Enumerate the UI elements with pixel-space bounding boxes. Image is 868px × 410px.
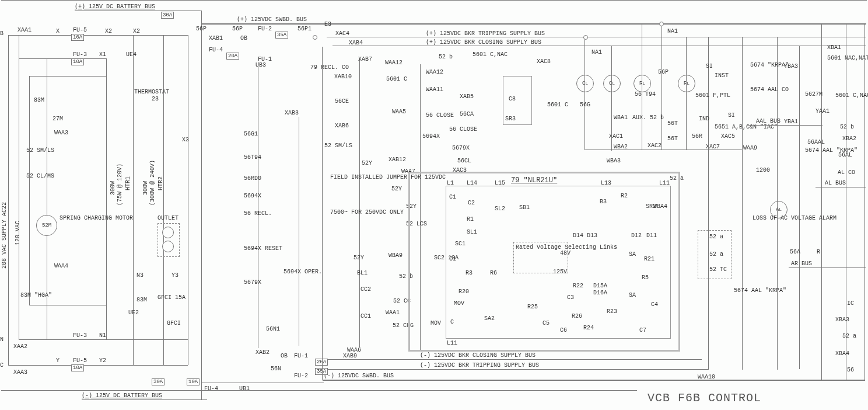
bus-neg-close: (-) 125VDC BKR CLOSING SUPPLY BUS xyxy=(420,352,536,359)
56close-2: 56 CLOSE xyxy=(449,126,474,133)
nlr-t15: L15 xyxy=(495,180,505,186)
83m-ue2: 83M xyxy=(136,297,147,303)
fu-4b: FU-4 xyxy=(204,385,218,392)
52-clms: 52 CL/MS xyxy=(26,173,52,179)
ar-bus-wire xyxy=(789,267,866,268)
nlr-b3: B3 xyxy=(600,199,607,205)
nlr-c: C xyxy=(450,319,454,325)
nlr-sa2: SA xyxy=(629,292,636,298)
xab9: XAB9 xyxy=(343,353,357,359)
fu-2a: FU-2 xyxy=(258,26,272,32)
nlr-r26: R26 xyxy=(572,313,582,319)
56t-b: 56T xyxy=(667,135,678,142)
56n1: 56N1 xyxy=(266,326,280,332)
aal-bus: AAL BUS xyxy=(756,118,780,124)
outlet-circ2 xyxy=(162,241,174,252)
xab10: XAB10 xyxy=(334,74,352,80)
xac5: XAC5 xyxy=(721,133,735,140)
fu-3: FU-3 xyxy=(73,51,87,58)
frame-top xyxy=(1,0,867,1)
5674-aal-krpa2: 5674 AAL "KRPA" xyxy=(805,147,828,154)
56t-a: 56T xyxy=(667,120,678,127)
field-jumper: FIELD INSTALLED JUMPER FOR 125VDC xyxy=(330,174,364,180)
term-xaa1: XAA1 xyxy=(18,27,32,33)
wire-col-552 xyxy=(322,47,323,380)
wire-col-182 xyxy=(106,58,107,340)
si-b: SI xyxy=(728,112,735,119)
56a: 56A xyxy=(790,249,800,255)
xac8: XAC8 xyxy=(537,58,551,65)
5627m: 5627M xyxy=(805,91,822,98)
56p-l: 56P xyxy=(196,26,206,32)
wire-col-1408 xyxy=(821,23,822,380)
waa4: WAA4 xyxy=(54,263,68,269)
ub1: UB1 xyxy=(239,385,250,392)
nlr-d16a: D16A xyxy=(593,290,607,296)
xab5: XAB5 xyxy=(460,93,474,100)
xba4: XBA4 xyxy=(835,350,849,357)
nlr-r24: R24 xyxy=(583,325,594,331)
al-bus: AL BUS xyxy=(825,180,846,186)
nlr-sl2: SL2 xyxy=(495,206,505,212)
52-chg: 52 CHG xyxy=(393,322,409,329)
56-t94: 56 T94 xyxy=(635,91,652,98)
xba3: XBA3 xyxy=(835,317,849,323)
waa5: WAA5 xyxy=(392,109,406,115)
56t94: 56T94 xyxy=(244,154,261,161)
lamp-rl1: RL xyxy=(634,75,651,92)
term-Y2: Y2 xyxy=(99,357,106,364)
bus-pos-swbd: (+) 125VDC SWBD. BUS xyxy=(237,16,307,23)
5674-krpa: 5674 "KRPA" xyxy=(750,62,774,68)
htr2: HTR2 xyxy=(158,176,164,190)
bus-pos-close: (+) 125VDC BKR CLOSING SUPPLY BUS xyxy=(426,39,541,46)
nlr-sa2-l: SA2 xyxy=(484,315,495,322)
56recl: 56 RECL. xyxy=(244,210,267,217)
5601-c2: 5601 C xyxy=(547,102,565,108)
nlr-r6: R6 xyxy=(490,270,497,276)
yba1: YBA1 xyxy=(784,119,798,125)
wire-row-lowfuse xyxy=(201,383,324,383)
wba1: WBA1 xyxy=(614,114,628,121)
xab2: XAB2 xyxy=(256,349,270,356)
waa12: WAA12 xyxy=(426,69,443,75)
r1200: 1200 xyxy=(756,167,770,173)
56ce: 56CE xyxy=(335,98,349,105)
5674-aal-krpa: 5674 AAL "KRPA" xyxy=(734,287,757,294)
nlr-r23: R23 xyxy=(607,308,617,315)
xba2: XBA2 xyxy=(842,135,856,142)
nlr-mov2: MOV xyxy=(430,320,441,326)
nlr-r5: R5 xyxy=(642,275,649,281)
sr3: SR3 xyxy=(505,116,516,122)
nlr-sa: SA xyxy=(629,251,636,258)
term-X1: X1 xyxy=(99,51,106,58)
wire-col-512 xyxy=(299,117,299,346)
56al: 56AL xyxy=(838,152,852,158)
nlr-r2: R2 xyxy=(621,193,628,199)
xac2: XAC2 xyxy=(648,143,662,149)
wire-pos-trip xyxy=(327,37,866,37)
52y-b: 52Y xyxy=(354,255,364,261)
wba3: WBA3 xyxy=(607,158,621,164)
only-250: 7500~ FOR 250VDC ONLY xyxy=(330,209,364,216)
nlr-d15a: D15A xyxy=(593,283,607,289)
nlr-t11: L11 xyxy=(659,180,670,186)
fuse-20a-1: 20A xyxy=(226,53,239,60)
wire-col-1272 xyxy=(742,37,743,370)
cc1: CC1 xyxy=(360,313,371,319)
term-X2b: X2 xyxy=(133,28,140,34)
term-N: N xyxy=(0,336,4,343)
bus-neg-batt: (-) 125V DC BATTERY BUS xyxy=(82,392,162,399)
htr2-sub: (300W @ 240V) xyxy=(149,160,156,206)
fuse-30a-1: 30A xyxy=(161,12,174,19)
5601-fptl: 5601 F,PTL xyxy=(695,92,718,99)
wire-nrow xyxy=(19,339,188,340)
wire-col-616 xyxy=(359,58,360,347)
nlr-b11: L11 xyxy=(447,340,457,346)
wire-col-1176 xyxy=(686,37,687,150)
xab4: XAB4 xyxy=(349,40,363,46)
nlr-r3: R3 xyxy=(466,270,473,276)
term-xaa3: XAA3 xyxy=(13,369,27,376)
56aal: 56AAL xyxy=(807,139,825,145)
htr2-w: 300W xyxy=(142,181,149,195)
si-a: SI xyxy=(706,63,713,70)
